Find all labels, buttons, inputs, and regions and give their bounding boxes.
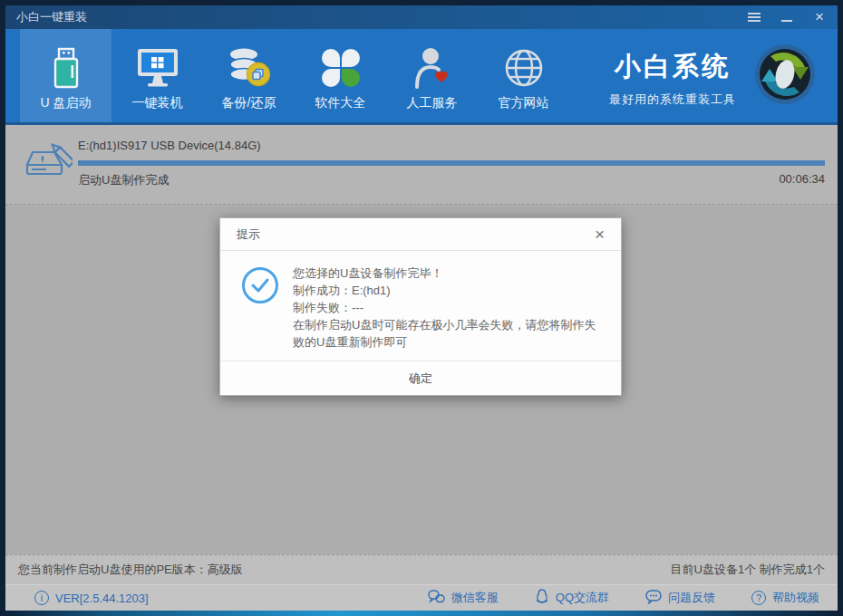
brand-name: 小白系统	[609, 49, 736, 85]
tab-one-key-install[interactable]: 一键装机	[111, 29, 203, 122]
footer-link-label: 帮助视频	[772, 590, 819, 606]
wechat-icon	[428, 590, 445, 607]
help-icon: ?	[751, 591, 766, 605]
qq-icon	[535, 589, 549, 607]
tab-label: 一键装机	[132, 95, 183, 111]
tab-label: 官方网站	[499, 95, 549, 111]
menu-icon[interactable]	[747, 11, 761, 24]
usb-progress-section: E:(hd1)IS917 USB Device(14.84G) 启动U盘制作完成…	[5, 125, 838, 205]
clover-icon	[320, 44, 362, 91]
monitor-icon	[136, 44, 179, 91]
feedback-link[interactable]: 问题反馈	[645, 590, 715, 607]
database-icon	[227, 44, 272, 91]
app-logo-icon	[752, 42, 818, 111]
dialog-message: 您选择的U盘设备制作完毕！ 制作成功：E:(hd1) 制作失败：--- 在制作启…	[293, 265, 599, 351]
tab-label: 软件大全	[315, 95, 366, 111]
success-check-icon	[242, 267, 278, 303]
support-person-icon	[413, 44, 451, 91]
wechat-support-link[interactable]: 微信客服	[428, 590, 499, 607]
progress-status: 启动U盘制作完成	[78, 172, 169, 188]
pe-version-text: 您当前制作启动U盘使用的PE版本：高级版	[18, 562, 243, 578]
footer-link-label: QQ交流群	[556, 590, 609, 606]
footer-link-label: 问题反馈	[668, 590, 715, 606]
tab-software[interactable]: 软件大全	[295, 29, 386, 122]
footer-links: 微信客服 QQ交流群	[428, 589, 819, 607]
ok-button[interactable]: 确定	[220, 361, 621, 395]
info-icon: i	[34, 591, 49, 605]
dialog-line: 在制作启动U盘时可能存在极小几率会失败，请您将制作失败的U盘重新制作即可	[293, 316, 599, 351]
globe-icon	[503, 44, 545, 91]
tab-website[interactable]: 官方网站	[478, 29, 569, 122]
window-bottom-glow	[0, 611, 843, 616]
minimize-icon[interactable]	[780, 11, 794, 24]
help-video-link[interactable]: ? 帮助视频	[751, 590, 819, 606]
dialog-title: 提示	[237, 226, 260, 243]
tab-usb-boot[interactable]: U 盘启动	[20, 29, 111, 122]
footer-bar: i VER[2.5.44.1203] 微信客服	[5, 584, 838, 611]
version-label: VER[2.5.44.1203]	[55, 592, 149, 605]
tab-label: U 盘启动	[41, 95, 92, 111]
status-bar: 您当前制作启动U盘使用的PE版本：高级版 目前U盘设备1个 制作完成1个	[5, 554, 838, 584]
window-frame: 小白一键重装 × U 盘启动	[0, 0, 843, 616]
window-controls: ×	[747, 11, 827, 24]
elapsed-time: 00:06:34	[779, 172, 825, 186]
disk-write-icon	[24, 141, 73, 190]
dialog-body: 您选择的U盘设备制作完毕！ 制作成功：E:(hd1) 制作失败：--- 在制作启…	[220, 251, 621, 351]
brand-tagline: 最好用的系统重装工具	[609, 91, 736, 108]
dialog-header: 提示 ×	[220, 218, 621, 251]
progress-bar	[78, 160, 825, 166]
tab-label: 备份/还原	[222, 95, 276, 111]
dialog-line: 制作失败：---	[293, 299, 599, 316]
tip-dialog: 提示 × 您选择的U盘设备制作完毕！ 制作成功：E:(hd1) 制作失败：---…	[219, 217, 622, 396]
close-icon[interactable]: ×	[812, 11, 827, 24]
title-bar: 小白一键重装 ×	[5, 5, 838, 29]
tab-label: 人工服务	[407, 95, 458, 111]
dialog-line: 制作成功：E:(hd1)	[293, 282, 599, 299]
dialog-close-icon[interactable]: ×	[595, 226, 605, 243]
nav-bar: U 盘启动 一键装机	[5, 29, 838, 125]
footer-link-label: 微信客服	[451, 590, 499, 606]
dialog-line: 您选择的U盘设备制作完毕！	[293, 265, 599, 282]
progress-fill	[78, 160, 825, 166]
usb-drive-icon	[50, 44, 82, 91]
brand-block: 小白系统 最好用的系统重装工具	[609, 49, 736, 108]
tab-backup-restore[interactable]: 备份/还原	[203, 29, 295, 122]
device-count-text: 目前U盘设备1个 制作完成1个	[671, 562, 825, 578]
qq-group-link[interactable]: QQ交流群	[535, 589, 609, 607]
window-title: 小白一键重装	[16, 9, 87, 25]
version-info[interactable]: i VER[2.5.44.1203]	[34, 591, 149, 605]
usb-device-label: E:(hd1)IS917 USB Device(14.84G)	[78, 139, 261, 152]
tab-service[interactable]: 人工服务	[386, 29, 478, 122]
feedback-bubble-icon	[645, 590, 662, 607]
